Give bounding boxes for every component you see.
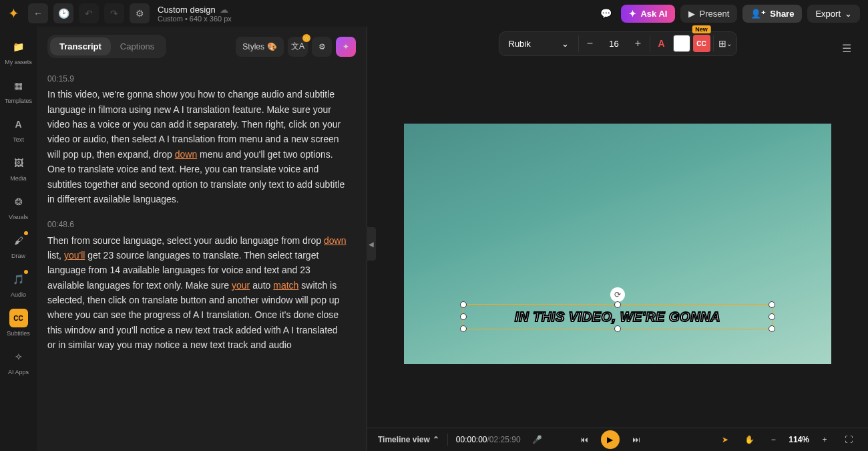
share-icon: 👤⁺ (750, 9, 766, 19)
grid-icon: ▦ (9, 76, 28, 95)
sidebar-item-media[interactable]: 🖼Media (2, 150, 35, 186)
segment-text[interactable]: In this video, we're gonna show you how … (47, 87, 347, 206)
present-icon: ▶ (688, 9, 695, 19)
zoom-in-button[interactable]: + (816, 431, 833, 448)
handle-tl[interactable] (460, 301, 467, 308)
crown-badge-icon: 👑 (302, 34, 310, 42)
handle-tc[interactable] (614, 301, 621, 308)
comment-button[interactable]: 💬 (596, 3, 616, 23)
undo-button[interactable]: ↶ (79, 3, 99, 23)
translate-button[interactable]: 文A👑 (288, 37, 308, 57)
share-button[interactable]: 👤⁺ Share (742, 5, 802, 23)
background-color-button[interactable] (673, 35, 690, 52)
time-display: 00:00:00/02:25:90 (456, 435, 521, 444)
magic-button[interactable]: ✦ (336, 37, 356, 57)
sparkle-icon: ✦ (343, 42, 349, 51)
app-logo: ✦ (8, 6, 23, 21)
transcript-panel: Transcript Captions Styles🎨 文A👑 ⚙ ✦ 00:1… (37, 27, 367, 451)
handle-mr[interactable] (769, 313, 775, 320)
caption-text[interactable]: IN THIS VIDEO, WE'RE GONNA (515, 309, 720, 325)
segment-timestamp[interactable]: 00:15.9 (47, 73, 347, 86)
text-icon: A (9, 115, 28, 134)
design-subtitle: Custom • 640 x 360 px (158, 15, 232, 23)
left-sidebar: 📁My assets ▦Templates AText 🖼Media ❂Visu… (0, 27, 37, 451)
caption-selection-box[interactable]: ⟳ IN THIS VIDEO, WE'RE GONNA (463, 304, 773, 329)
cc-icon: CC (9, 309, 28, 327)
mic-button[interactable]: 🎤 (529, 431, 546, 448)
export-button[interactable]: Export ⌄ (807, 5, 860, 23)
alignment-button[interactable]: ⊞⌄ (716, 35, 734, 52)
hand-tool-button[interactable]: ✋ (740, 431, 758, 448)
cloud-status-icon: ☁ (220, 5, 228, 15)
ask-ai-button[interactable]: ✦ Ask AI (621, 5, 675, 23)
sidebar-item-myassets[interactable]: 📁My assets (2, 33, 35, 69)
skip-back-button[interactable]: ⏮ (576, 431, 593, 448)
handle-ml[interactable] (460, 313, 467, 320)
transcript-body[interactable]: 00:15.9In this video, we're gonna show y… (37, 66, 367, 451)
styles-button[interactable]: Styles🎨 (236, 37, 284, 57)
gear-icon: ⚙ (318, 42, 326, 51)
image-icon: 🖼 (9, 154, 28, 172)
sidebar-item-draw[interactable]: 🖌Draw (2, 227, 35, 263)
transcript-settings-button[interactable]: ⚙ (312, 37, 332, 57)
layers-button[interactable]: ☰ (835, 36, 859, 60)
sidebar-item-templates[interactable]: ▦Templates (2, 72, 35, 108)
text-toolbar: Rubik ⌄ − 16 + A New CC ⊞⌄ (499, 31, 737, 56)
handle-tr[interactable] (769, 301, 775, 308)
redo-button[interactable]: ↷ (104, 3, 124, 23)
styles-icon: 🎨 (267, 42, 277, 51)
tab-transcript[interactable]: Transcript (50, 37, 111, 55)
fullscreen-button[interactable]: ⛶ (840, 431, 857, 448)
history-button[interactable]: 🕑 (53, 3, 73, 23)
segment-text[interactable]: Then from source language, select your a… (47, 233, 347, 353)
visuals-icon: ❂ (9, 192, 28, 211)
sidebar-item-text[interactable]: AText (2, 111, 35, 147)
handle-br[interactable] (769, 325, 775, 332)
folder-icon: 📁 (9, 37, 28, 56)
sidebar-item-subtitles[interactable]: CCSubtitles (2, 305, 35, 341)
zoom-out-button[interactable]: − (765, 431, 782, 448)
skip-forward-button[interactable]: ⏭ (628, 431, 645, 448)
plus-sparkle-icon: ✧ (9, 347, 28, 366)
handle-bc[interactable] (614, 325, 621, 332)
collapse-panel-button[interactable]: ◀ (367, 227, 376, 261)
handle-bl[interactable] (460, 325, 467, 332)
font-size-input[interactable]: 16 (603, 39, 626, 49)
captions-style-button[interactable]: CC (693, 35, 710, 52)
chevron-up-icon: ⌃ (433, 435, 439, 444)
sparkle-icon: ✦ (629, 9, 636, 19)
layers-icon: ☰ (842, 42, 851, 55)
timeline-view-toggle[interactable]: Timeline view ⌃ (378, 435, 439, 444)
music-icon: 🎵 (9, 270, 28, 289)
text-color-button[interactable]: A (653, 35, 670, 52)
tab-captions[interactable]: Captions (111, 37, 164, 55)
back-button[interactable]: ← (28, 3, 48, 23)
zoom-value[interactable]: 114% (789, 435, 809, 444)
segment-timestamp[interactable]: 00:48.6 (47, 218, 347, 231)
brush-icon: 🖌 (9, 231, 28, 250)
rotate-handle[interactable]: ⟳ (610, 287, 625, 302)
sidebar-item-visuals[interactable]: ❂Visuals (2, 188, 35, 224)
pointer-tool-button[interactable]: ➤ (716, 431, 734, 448)
settings-button[interactable]: ⚙ (130, 3, 150, 23)
decrease-size-button[interactable]: − (582, 35, 599, 52)
design-title[interactable]: Custom design (158, 5, 216, 15)
sidebar-item-aiapps[interactable]: ✧AI Apps (2, 343, 35, 380)
font-select[interactable]: Rubik ⌄ (502, 35, 576, 53)
play-button[interactable]: ▶ (601, 430, 620, 449)
chevron-down-icon: ⌄ (562, 39, 569, 49)
new-badge: New (692, 25, 711, 33)
sidebar-item-audio[interactable]: 🎵Audio (2, 266, 35, 302)
chevron-down-icon: ⌄ (845, 9, 852, 19)
video-canvas[interactable]: ⟳ IN THIS VIDEO, WE'RE GONNA (404, 124, 831, 364)
increase-size-button[interactable]: + (630, 35, 647, 52)
present-button[interactable]: ▶ Present (680, 5, 737, 23)
translate-icon: 文A (291, 41, 304, 52)
